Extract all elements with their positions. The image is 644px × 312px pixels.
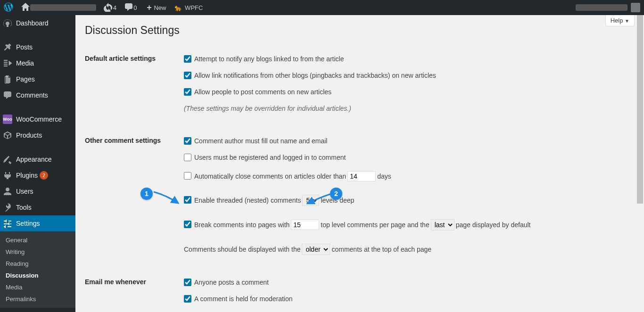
wpfc-button[interactable]: 🐆 WPFC <box>170 0 206 15</box>
opt-held-moderation[interactable]: A comment is held for moderation <box>184 294 630 304</box>
comments-icon <box>3 90 12 100</box>
section-default-article: Default article settings <box>85 45 179 127</box>
opt-comment-order[interactable]: Comments should be displayed with the ol… <box>184 244 431 255</box>
help-tab[interactable]: Help ▼ <box>605 15 635 26</box>
plugins-badge: 2 <box>40 171 48 180</box>
opt-close-old[interactable]: Automatically close comments on articles… <box>184 171 391 181</box>
products-icon <box>3 131 12 140</box>
submenu-reading[interactable]: Reading <box>0 258 75 270</box>
user-icon <box>3 187 12 196</box>
submenu-general[interactable]: General <box>0 234 75 246</box>
submenu-discussion[interactable]: Discussion <box>0 270 75 281</box>
woo-icon: Woo <box>3 115 12 124</box>
opt-allow-comments[interactable]: Allow people to post comments on new art… <box>184 87 630 97</box>
checkbox-require-registered[interactable] <box>184 154 191 161</box>
comments-icon[interactable]: 0 <box>120 0 140 15</box>
site-home-icon[interactable] <box>17 0 100 15</box>
checkbox-allow-comments[interactable] <box>184 88 191 96</box>
sidebar-item-plugins[interactable]: Plugins2 <box>0 167 75 183</box>
opt-require-name-email[interactable]: Comment author must fill out name and em… <box>184 136 630 146</box>
sidebar-item-products[interactable]: Products <box>0 127 75 143</box>
dashboard-icon <box>3 18 12 28</box>
chevron-down-icon: ▼ <box>625 18 629 24</box>
admin-toolbar: 4 0 +New 🐆 WPFC <box>0 0 644 15</box>
checkbox-notify-blogs[interactable] <box>184 55 191 63</box>
wp-logo-icon[interactable] <box>0 0 17 15</box>
media-icon <box>3 58 12 68</box>
submenu-writing[interactable]: Writing <box>0 246 75 258</box>
plug-icon <box>3 171 12 180</box>
pin-icon <box>3 42 12 52</box>
sidebar-item-appearance[interactable]: Appearance <box>0 151 75 167</box>
checkbox-close-old[interactable] <box>184 172 191 180</box>
sidebar-item-settings[interactable]: Settings <box>0 215 75 231</box>
opt-require-registered[interactable]: Users must be registered and logged in t… <box>184 153 630 163</box>
annotation-arrow-2 <box>305 193 332 206</box>
sidebar-item-posts[interactable]: Posts <box>0 39 75 55</box>
opt-anyone-posts[interactable]: Anyone posts a comment <box>184 278 630 287</box>
settings-submenu: General Writing Reading Discussion Media… <box>0 231 75 308</box>
sidebar-item-media[interactable]: Media <box>0 55 75 71</box>
submenu-media[interactable]: Media <box>0 281 75 293</box>
brush-icon <box>3 155 12 164</box>
checkbox-require-name-email[interactable] <box>184 137 191 145</box>
override-note: (These settings may be overridden for in… <box>184 104 630 114</box>
opt-allow-pingbacks[interactable]: Allow link notifications from other blog… <box>184 71 630 81</box>
input-close-old-days[interactable] <box>347 171 376 181</box>
annotation-1: 1 <box>140 188 153 200</box>
leopard-icon: 🐆 <box>173 4 183 11</box>
admin-sidebar: Dashboard Posts Media Pages Comments Woo… <box>0 15 75 312</box>
select-comment-order[interactable]: older <box>302 244 330 255</box>
sidebar-item-comments[interactable]: Comments <box>0 87 75 103</box>
sidebar-item-pages[interactable]: Pages <box>0 71 75 87</box>
wrench-icon <box>3 203 12 212</box>
sidebar-item-woocommerce[interactable]: WooWooCommerce <box>0 111 75 127</box>
user-account[interactable] <box>572 0 644 15</box>
checkbox-held-moderation[interactable] <box>184 295 191 303</box>
sliders-icon <box>3 219 12 228</box>
new-content-button[interactable]: +New <box>140 0 170 15</box>
scrollbar[interactable] <box>636 15 644 312</box>
annotation-2: 2 <box>330 188 342 200</box>
annotation-arrow-1 <box>153 190 181 206</box>
opt-paginate[interactable]: Break comments into pages with top level… <box>184 219 531 230</box>
checkbox-allow-pingbacks[interactable] <box>184 72 191 79</box>
scrollbar-thumb[interactable] <box>637 15 643 204</box>
select-paginate-default[interactable]: last <box>431 219 454 230</box>
checkbox-anyone-posts[interactable] <box>184 279 191 286</box>
checkbox-threaded[interactable] <box>184 196 191 204</box>
checkbox-paginate[interactable] <box>184 221 191 228</box>
pages-icon <box>3 74 12 84</box>
opt-notify-blogs[interactable]: Attempt to notify any blogs linked to fr… <box>184 54 630 64</box>
updates-icon[interactable]: 4 <box>100 0 120 15</box>
sidebar-item-users[interactable]: Users <box>0 183 75 199</box>
submenu-permalinks[interactable]: Permalinks <box>0 293 75 305</box>
section-email-me: Email me whenever <box>85 269 179 312</box>
page-title: Discussion Settings <box>85 20 635 39</box>
sidebar-item-dashboard[interactable]: Dashboard <box>0 15 75 31</box>
sidebar-item-tools[interactable]: Tools <box>0 199 75 215</box>
input-paginate-count[interactable] <box>291 220 319 230</box>
